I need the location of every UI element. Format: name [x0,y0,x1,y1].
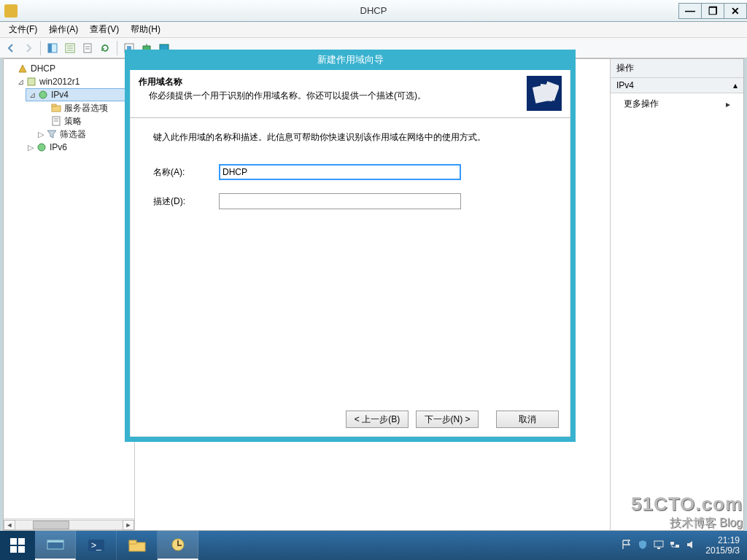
next-button[interactable]: 下一步(N) > [416,411,479,428]
server-icon [26,76,37,88]
window-titlebar: DHCP — ❐ ✕ [0,0,747,22]
svg-rect-39 [654,541,663,547]
svg-point-16 [39,91,47,98]
actions-section-ipv4[interactable]: IPv4 ▴ [611,78,743,93]
policy-icon [50,115,62,127]
properties-button[interactable] [62,40,78,56]
svg-rect-40 [657,548,660,549]
toolbar-separator [40,41,41,55]
actions-header: 操作 [611,59,743,78]
tree-root-dhcp[interactable]: DHCP [5,62,133,75]
menu-file[interactable]: 文件(F) [3,22,43,37]
start-button[interactable] [0,531,35,560]
taskbar: >_ 21:19 2015/9/3 [0,531,747,560]
toolbar-separator [117,41,117,55]
folder-icon [50,102,62,114]
clock-time: 21:19 [705,535,740,545]
tree-pane: DHCP ⊿ win2012r1 ⊿ IPv4 服务器选项 策略 [4,59,135,530]
taskbar-explorer[interactable] [117,531,158,560]
window-title: DHCP [0,5,747,16]
ipv6-icon [36,141,47,153]
svg-point-22 [38,144,45,151]
svg-rect-38 [177,545,182,546]
tree-ipv4[interactable]: ⊿ IPv4 [26,88,133,101]
actions-more[interactable]: 更多操作 ▸ [611,93,743,114]
svg-rect-26 [10,538,17,545]
menu-action[interactable]: 操作(A) [43,22,84,37]
refresh-button[interactable] [97,40,113,56]
wizard-header: 作用域名称 你必须提供一个用于识别的作用域名称。你还可以提供一个描述(可选)。 [130,70,570,118]
tray-shield-icon[interactable] [637,539,649,553]
submenu-arrow-icon: ▸ [726,99,730,109]
collapse-icon: ▴ [733,80,738,90]
svg-rect-6 [84,44,91,52]
scroll-left-button[interactable]: ◄ [4,520,15,530]
back-button[interactable] [3,40,19,56]
svg-rect-41 [670,542,674,545]
menu-view[interactable]: 查看(V) [84,22,125,37]
wizard-header-icon [527,76,562,111]
wizard-body: 键入此作用域的名称和描述。此信息可帮助你快速识别该作用域在网络中的使用方式。 名… [130,118,570,236]
svg-rect-18 [52,104,56,106]
scroll-thumb[interactable] [33,521,69,529]
actions-pane: 操作 IPv4 ▴ 更多操作 ▸ [611,59,743,530]
cancel-button[interactable]: 取消 [496,411,559,428]
tray-computer-icon[interactable] [653,539,665,553]
taskbar-dhcp[interactable] [158,531,198,560]
svg-rect-31 [47,540,63,542]
svg-rect-35 [129,540,136,544]
wizard-instruction: 键入此作用域的名称和描述。此信息可帮助你快速识别该作用域在网络中的使用方式。 [153,131,547,144]
new-scope-wizard-dialog: 新建作用域向导 作用域名称 你必须提供一个用于识别的作用域名称。你还可以提供一个… [125,50,576,442]
tree-label: DHCP [31,63,55,74]
scroll-track[interactable] [15,520,123,530]
tray-sound-icon[interactable] [685,539,697,553]
tree-label: 策略 [64,115,82,128]
tree-server[interactable]: ⊿ win2012r1 [5,75,133,88]
scroll-right-button[interactable]: ► [123,520,134,530]
tree-server-options[interactable]: 服务器选项 [5,101,133,114]
tree-policy[interactable]: 策略 [5,114,133,128]
tree-filter[interactable]: ▷ 筛选器 [5,128,133,141]
filter-icon [46,128,58,140]
svg-text:>_: >_ [91,540,101,551]
clock-date: 2015/9/3 [705,545,740,556]
tree-ipv6[interactable]: ▷ IPv6 [5,141,133,154]
svg-rect-29 [18,546,25,553]
taskbar-powershell[interactable]: >_ [76,531,117,560]
show-hide-tree-button[interactable] [44,40,61,56]
tray-flag-icon[interactable] [621,539,632,553]
tree-label: win2012r1 [39,77,80,87]
taskbar-clock[interactable]: 21:19 2015/9/3 [701,535,744,556]
tree-label: 筛选器 [60,128,86,141]
actions-section-label: IPv4 [616,80,634,90]
wizard-subheading: 你必须提供一个用于识别的作用域名称。你还可以提供一个描述(可选)。 [139,90,527,102]
name-label: 名称(A): [153,166,219,179]
actions-more-label: 更多操作 [624,98,659,110]
svg-rect-28 [10,546,17,553]
scope-name-input[interactable] [219,164,461,180]
wizard-title: 新建作用域向导 [125,50,576,70]
svg-rect-37 [177,540,179,545]
svg-rect-27 [18,538,25,545]
system-tray: 21:19 2015/9/3 [621,531,747,560]
scope-desc-input[interactable] [219,193,461,209]
forward-button[interactable] [20,40,36,56]
dhcp-icon [17,63,28,74]
tree-label: IPv4 [51,90,69,100]
back-button[interactable]: < 上一步(B) [346,411,409,428]
svg-rect-1 [48,44,52,52]
menu-help[interactable]: 帮助(H) [125,22,166,37]
svg-rect-15 [28,78,35,85]
export-list-button[interactable] [80,40,96,56]
tree-horizontal-scrollbar[interactable]: ◄ ► [4,518,134,530]
tree-label: IPv6 [50,142,67,152]
taskbar-server-manager[interactable] [35,531,76,560]
tree[interactable]: DHCP ⊿ win2012r1 ⊿ IPv4 服务器选项 策略 [4,59,134,518]
ipv4-icon [37,89,49,101]
desc-label: 描述(D): [153,195,219,208]
wizard-heading: 作用域名称 [139,76,527,88]
tray-network-icon[interactable] [669,539,681,553]
tree-label: 服务器选项 [64,102,108,114]
wizard-footer: < 上一步(B) 下一步(N) > 取消 [346,411,559,428]
menu-bar: 文件(F) 操作(A) 查看(V) 帮助(H) [0,22,747,38]
